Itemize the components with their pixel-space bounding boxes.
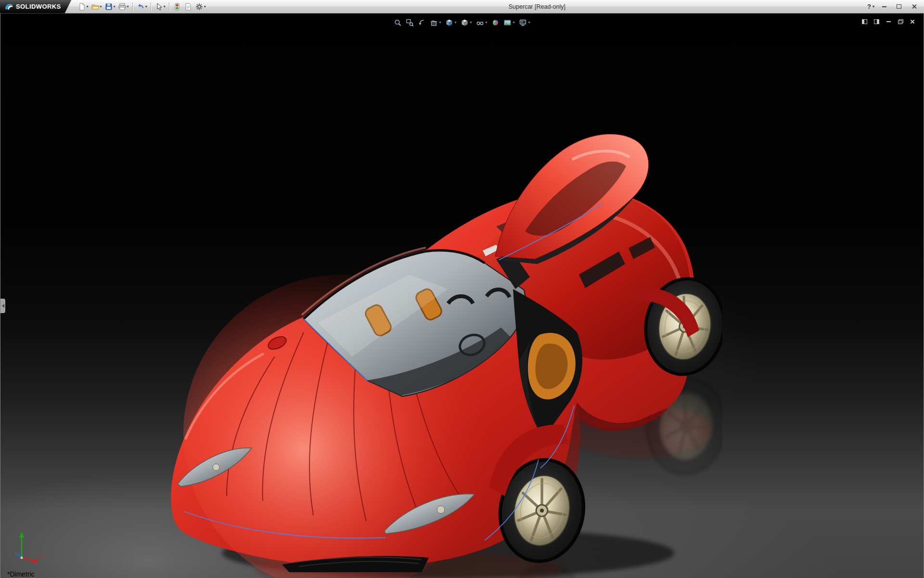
help-button[interactable]: ? ▾ [867, 3, 874, 10]
supercar-model[interactable] [159, 130, 722, 578]
section-view-icon [430, 19, 437, 26]
open-button[interactable]: ▾ [90, 2, 103, 12]
zoom-to-fit-button[interactable] [393, 18, 402, 27]
solidworks-window: SOLIDWORKS ▾ ▾ [0, 0, 924, 578]
chevron-down-icon[interactable]: ▾ [439, 21, 441, 25]
hide-show-items-button[interactable]: ▾ [476, 18, 488, 27]
print-button[interactable]: ▾ [117, 2, 130, 12]
undo-button[interactable]: ▾ [135, 2, 148, 12]
dassault-systemes-logo-icon [4, 2, 13, 12]
brand-text: SOLIDWORKS [16, 3, 61, 10]
tile-right-icon [874, 19, 879, 24]
solidworks-logo: SOLIDWORKS [0, 0, 72, 13]
document-restore-icon [898, 19, 903, 24]
close-button[interactable] [909, 2, 919, 11]
featuremanager-flyout-tab[interactable] [0, 299, 5, 313]
document-window-controls [861, 18, 916, 25]
apply-scene-button[interactable]: ▾ [503, 18, 515, 27]
window-title: Supercar [Read-only] [207, 3, 867, 10]
options-gear-icon [195, 2, 204, 11]
rebuild-button[interactable] [172, 2, 182, 12]
collapse-arrow-icon [2, 304, 4, 308]
z-axis-arrow-icon [15, 553, 22, 558]
main-toolbar: ▾ ▾ ▾ [72, 2, 207, 12]
chevron-down-icon[interactable]: ▾ [164, 5, 166, 9]
chevron-down-icon[interactable]: ▾ [528, 21, 530, 25]
chevron-down-icon[interactable]: ▾ [454, 21, 456, 25]
document-close-button[interactable] [909, 18, 916, 25]
zoom-to-fit-icon [394, 19, 401, 26]
toolbar-separator [169, 2, 169, 11]
zoom-to-area-button[interactable] [405, 18, 414, 27]
rebuild-stoplight-icon [173, 2, 181, 11]
view-orientation-button[interactable]: ▾ [445, 18, 457, 27]
options-button[interactable]: ▾ [194, 2, 207, 12]
chevron-down-icon[interactable]: ▾ [100, 5, 102, 9]
toolbar-separator [151, 2, 151, 11]
chevron-down-icon[interactable]: ▾ [114, 5, 116, 9]
minimize-icon [882, 6, 886, 7]
minimize-button[interactable] [879, 2, 889, 11]
heads-up-toolbar: ▾ ▾ ▾ [393, 18, 530, 27]
tile-left-icon [862, 19, 867, 24]
document-close-icon [910, 19, 915, 24]
save-button[interactable]: ▾ [103, 2, 116, 12]
file-properties-icon [184, 2, 192, 11]
y-axis-arrow-icon [19, 532, 24, 538]
chevron-down-icon[interactable]: ▾ [87, 5, 89, 9]
close-icon [911, 4, 917, 9]
chevron-down-icon[interactable]: ▾ [127, 5, 129, 9]
titlebar: SOLIDWORKS ▾ ▾ [0, 0, 924, 13]
chevron-down-icon: ▾ [873, 5, 874, 9]
section-view-button[interactable]: ▾ [429, 18, 441, 27]
tile-left-button[interactable] [861, 18, 868, 25]
maximize-button[interactable] [894, 2, 904, 11]
zoom-to-area-icon [406, 19, 413, 26]
previous-view-icon [418, 19, 425, 26]
maximize-icon [897, 4, 901, 9]
view-triad: x [11, 529, 47, 565]
chevron-down-icon[interactable]: ▾ [486, 21, 488, 25]
graphics-area[interactable]: ▾ ▾ ▾ [0, 13, 924, 578]
printer-icon [118, 2, 127, 11]
tile-right-button[interactable] [873, 18, 880, 25]
edit-appearance-button[interactable] [491, 18, 500, 27]
view-orientation-cube-icon [445, 19, 453, 26]
document-minimize-icon [886, 21, 891, 22]
x-axis-arrow-icon [33, 558, 39, 563]
open-folder-icon [91, 2, 100, 11]
file-properties-button[interactable] [183, 2, 193, 12]
view-orientation-label: *Dimetric [7, 571, 35, 578]
chevron-down-icon[interactable]: ▾ [145, 5, 147, 9]
toolbar-separator [132, 2, 133, 11]
chevron-down-icon[interactable]: ▾ [470, 21, 472, 25]
new-document-icon [77, 2, 86, 11]
help-icon: ? [867, 3, 871, 10]
undo-arrow-icon [136, 2, 145, 11]
document-minimize-button[interactable] [885, 18, 892, 25]
window-controls: ? ▾ [867, 2, 924, 11]
save-disk-icon [104, 2, 113, 11]
display-style-button[interactable]: ▾ [460, 18, 472, 27]
x-axis-label: x [40, 554, 43, 560]
previous-view-button[interactable] [417, 18, 426, 27]
select-cursor-icon [154, 2, 163, 11]
chevron-down-icon[interactable]: ▾ [513, 21, 515, 25]
edit-appearance-sphere-icon [492, 19, 500, 26]
view-settings-icon [519, 19, 527, 26]
document-restore-button[interactable] [897, 18, 904, 25]
new-button[interactable]: ▾ [77, 2, 90, 12]
apply-scene-icon [504, 19, 512, 26]
hide-show-glasses-icon [476, 19, 484, 26]
display-style-icon [461, 19, 468, 26]
view-settings-button[interactable]: ▾ [519, 18, 531, 27]
chevron-down-icon[interactable]: ▾ [204, 5, 206, 9]
select-tool-button[interactable]: ▾ [154, 2, 167, 12]
